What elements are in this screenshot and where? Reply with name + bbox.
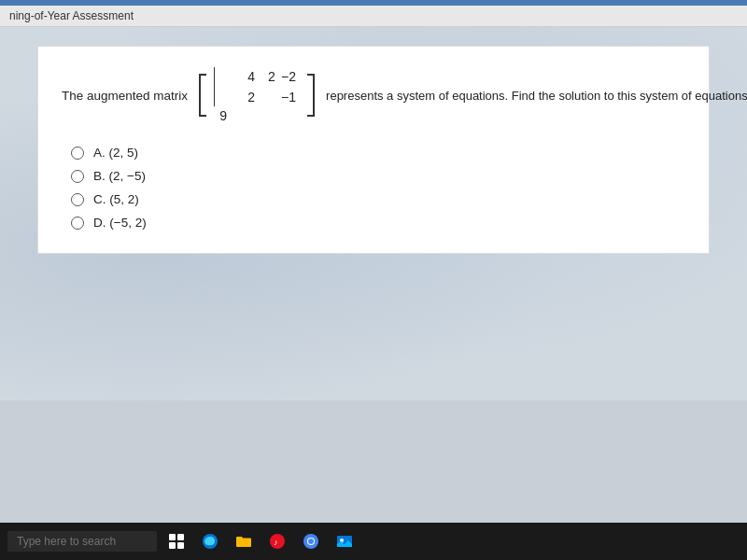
matrix-divider: [214, 67, 233, 106]
title-bar: ning-of-Year Assessment: [0, 6, 747, 27]
question-prefix: The augmented matrix: [62, 89, 188, 103]
option-b-row[interactable]: B. (2, −5): [71, 169, 685, 183]
matrix-r2c3: 9: [212, 108, 234, 123]
folder-icon: [234, 532, 253, 551]
question-card: The augmented matrix 4 2 −2 2 −1 9 repre…: [37, 46, 710, 254]
question-suffix: represents a system of equations. Find t…: [326, 89, 747, 103]
svg-point-9: [308, 539, 314, 544]
option-a-label: A. (2, 5): [93, 146, 138, 160]
edge-icon: [201, 532, 219, 551]
option-c-radio[interactable]: [71, 193, 84, 206]
taskbar-photos-icon[interactable]: [331, 527, 359, 555]
svg-rect-1: [177, 534, 184, 540]
question-text-row: The augmented matrix 4 2 −2 2 −1 9 repre…: [62, 65, 685, 125]
taskbar-search-input[interactable]: [7, 531, 157, 552]
bracket-left: [199, 74, 206, 117]
taskbar-edge-icon[interactable]: [196, 527, 224, 555]
option-b-radio[interactable]: [71, 170, 84, 183]
option-d-radio[interactable]: [71, 217, 84, 230]
grid-icon: [167, 532, 186, 551]
option-b-label: B. (2, −5): [93, 169, 146, 183]
option-d-row[interactable]: D. (−5, 2): [71, 216, 685, 230]
matrix-r1c3: −2: [275, 69, 302, 84]
taskbar-music-icon[interactable]: ♪: [263, 527, 291, 555]
answer-options: A. (2, 5) B. (2, −5) C. (5, 2) D. (−5, 2…: [62, 146, 685, 230]
matrix-container: 4 2 −2 2 −1 9: [199, 65, 315, 125]
matrix-grid: 4 2 −2 2 −1 9: [208, 65, 305, 125]
option-a-row[interactable]: A. (2, 5): [71, 146, 685, 160]
taskbar-grid-icon[interactable]: [162, 527, 190, 555]
chrome-icon: [302, 532, 320, 551]
option-a-radio[interactable]: [71, 147, 84, 160]
option-c-row[interactable]: C. (5, 2): [71, 192, 685, 206]
option-c-label: C. (5, 2): [93, 192, 139, 206]
main-content-area: The augmented matrix 4 2 −2 2 −1 9 repre…: [0, 27, 747, 400]
svg-rect-0: [169, 534, 176, 540]
taskbar-folder-icon[interactable]: [230, 527, 258, 555]
music-icon: ♪: [268, 532, 287, 551]
svg-rect-3: [177, 542, 184, 549]
svg-rect-2: [169, 542, 176, 549]
title-text: ning-of-Year Assessment: [9, 9, 134, 22]
taskbar-chrome-icon[interactable]: [297, 527, 325, 555]
matrix-r1c2: 2: [268, 69, 270, 84]
bracket-right: [307, 74, 315, 117]
matrix-r2c2: −1: [275, 90, 302, 105]
taskbar: ♪: [0, 523, 747, 560]
svg-text:♪: ♪: [274, 538, 278, 547]
matrix-r2c1: 2: [240, 90, 262, 105]
option-d-label: D. (−5, 2): [93, 216, 147, 230]
photos-icon: [335, 532, 354, 551]
matrix-r1c1: 4: [240, 69, 262, 84]
